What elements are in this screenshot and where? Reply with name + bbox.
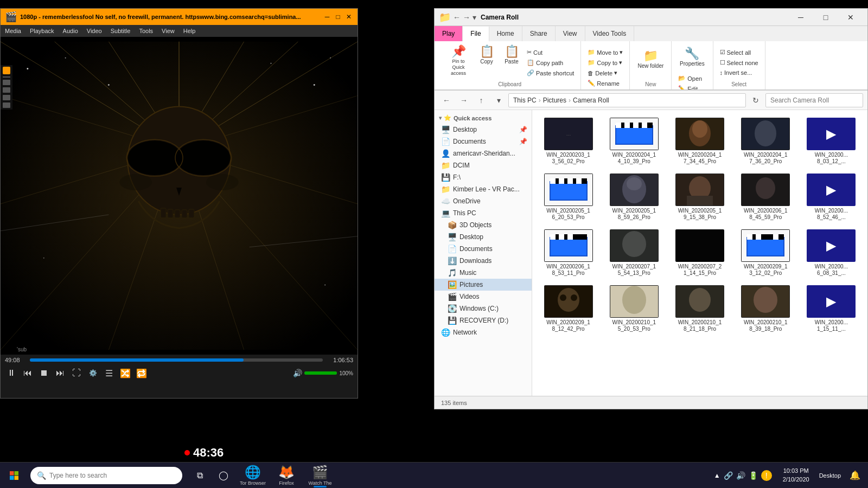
- vlc-sidebar-item4[interactable]: [3, 95, 10, 100]
- file-item[interactable]: WIN_20200207_21_14_15_Pro: [668, 226, 731, 280]
- nav-down-button[interactable]: ▾: [491, 93, 506, 108]
- vlc-sidebar-item2[interactable]: [3, 80, 10, 85]
- sidebar-item-downloads[interactable]: ⬇️ Downloads: [435, 255, 532, 267]
- sidebar-item-pictures[interactable]: 🖼️ Pictures: [435, 279, 532, 291]
- copy-button[interactable]: 📋 Copy: [475, 43, 499, 67]
- taskbar-search-input[interactable]: [49, 472, 176, 479]
- taskbar-app-vlc[interactable]: 🎬 Watch The: [304, 463, 336, 489]
- file-item[interactable]: WIN_20200209_18_12_42_Pro: [537, 282, 600, 336]
- sidebar-item-f[interactable]: 💾 F:\: [435, 171, 532, 183]
- vlc-maximize-button[interactable]: □: [334, 12, 342, 21]
- sidebar-item-3dobjects[interactable]: 📦 3D Objects: [435, 219, 532, 231]
- tray-expand-button[interactable]: ▲: [714, 472, 720, 479]
- file-item[interactable]: WIN_20200205_16_20_53_Pro: [537, 170, 600, 224]
- file-item[interactable]: ▶ WIN_20200...6_08_31_...: [800, 226, 863, 280]
- cortana-button[interactable]: ◯: [213, 465, 234, 486]
- file-item[interactable]: WIN_20200209_13_12_02_Pro: [734, 226, 797, 280]
- vlc-extended-button[interactable]: ⚙️: [86, 367, 99, 380]
- file-item[interactable]: WIN_20200205_19_15_38_Pro: [668, 170, 731, 224]
- search-input[interactable]: [765, 93, 863, 107]
- tray-defender-icon[interactable]: !: [761, 470, 772, 481]
- delete-button[interactable]: 🗑 Delete ▾: [585, 68, 625, 78]
- invert-selection-button[interactable]: ↕ Invert se...: [718, 68, 761, 77]
- explorer-minimize-button[interactable]: ─: [788, 9, 813, 26]
- file-item[interactable]: ▶ WIN_20200...1_15_11_...: [800, 282, 863, 336]
- vlc-random-button[interactable]: 🔁: [135, 367, 148, 380]
- vlc-video-area[interactable]: 'sub: [1, 37, 358, 355]
- new-folder-button[interactable]: 📁 New folder: [634, 48, 667, 72]
- file-item[interactable]: WIN_20200207_15_54_13_Pro: [602, 226, 666, 280]
- quick-access-header[interactable]: ▾ ⭐ Quick access: [435, 112, 532, 124]
- file-item[interactable]: WIN_20200210_15_20_53_Pro: [602, 282, 666, 336]
- vlc-menu-view[interactable]: View: [159, 27, 177, 35]
- taskbar-clock[interactable]: 10:03 PM 2/10/2020: [778, 467, 814, 484]
- start-button[interactable]: [0, 463, 28, 489]
- explorer-close-button[interactable]: ✕: [838, 9, 863, 26]
- sidebar-item-music[interactable]: 🎵 Music: [435, 267, 532, 279]
- taskbar-app-firefox[interactable]: 🦊 Firefox: [270, 463, 303, 489]
- vlc-stop-button[interactable]: ⏹: [37, 367, 50, 380]
- file-item[interactable]: WIN_20200205_18_59_26_Pro: [602, 170, 666, 224]
- select-none-button[interactable]: ☐ Select none: [718, 58, 761, 67]
- sidebar-item-network[interactable]: 🌐 Network: [435, 326, 532, 338]
- file-item[interactable]: WIN_20200206_18_45_59_Pro: [734, 170, 797, 224]
- pin-quickaccess-button[interactable]: 📌 Pin to Quickaccess: [443, 43, 474, 78]
- show-desktop-button[interactable]: Desktop: [816, 472, 844, 479]
- notification-button[interactable]: 🔔: [846, 467, 864, 484]
- file-item[interactable]: WIN_20200204_14_10_39_Pro: [602, 114, 666, 168]
- move-to-button[interactable]: 📁 Move to ▾: [585, 48, 625, 57]
- file-item[interactable]: WIN_20200204_17_36_20_Pro: [734, 114, 797, 168]
- vlc-menu-subtitle[interactable]: Subtitle: [108, 27, 133, 35]
- file-item[interactable]: ▶ WIN_20200...8_52_46_...: [800, 170, 863, 224]
- sidebar-item-onedrive[interactable]: ☁️ OneDrive: [435, 195, 532, 207]
- sidebar-item-kimber[interactable]: 📁 Kimber Lee - VR Pac...: [435, 183, 532, 195]
- sidebar-item-americavr[interactable]: 👤 americavr-Sheridan...: [435, 147, 532, 159]
- ribbon-tab-videotools[interactable]: Video Tools: [585, 26, 635, 41]
- ribbon-tab-file[interactable]: File: [463, 27, 489, 42]
- sidebar-item-desktop[interactable]: 🖥️ Desktop 📌: [435, 124, 532, 136]
- cut-button[interactable]: ✂ Cut: [525, 48, 576, 57]
- ribbon-tab-view[interactable]: View: [556, 26, 585, 41]
- vlc-minimize-button[interactable]: ─: [323, 12, 331, 21]
- toolbar-back-btn[interactable]: ←: [453, 13, 461, 22]
- nav-forward-button[interactable]: →: [456, 93, 471, 108]
- properties-button[interactable]: 🔧 Properties: [676, 46, 708, 69]
- vlc-menu-help[interactable]: Help: [181, 27, 198, 35]
- rename-button[interactable]: ✏️ Rename: [585, 79, 625, 88]
- vlc-menu-audio[interactable]: Audio: [61, 27, 80, 35]
- sidebar-item-dcim[interactable]: 📁 DCIM: [435, 159, 532, 171]
- explorer-maximize-button[interactable]: □: [813, 9, 838, 26]
- tray-network-icon[interactable]: 🔗: [724, 471, 733, 480]
- sidebar-item-desktop2[interactable]: 🖥️ Desktop: [435, 231, 532, 243]
- file-item[interactable]: ▶ WIN_20200...8_03_12_...: [800, 114, 863, 168]
- file-item[interactable]: WIN_20200210_18_21_18_Pro: [668, 282, 731, 336]
- file-item[interactable]: ... WIN_20200203_13_56_02_Pro: [537, 114, 600, 168]
- vlc-loop-button[interactable]: 🔀: [119, 367, 132, 380]
- copy-to-button[interactable]: 📁 Copy to ▾: [585, 58, 625, 67]
- paste-shortcut-button[interactable]: 🔗 Paste shortcut: [525, 68, 576, 78]
- vlc-volume-icon[interactable]: 🔊: [293, 369, 302, 377]
- vlc-sidebar-item5[interactable]: [3, 102, 10, 108]
- sidebar-item-windows-c[interactable]: 💽 Windows (C:): [435, 303, 532, 314]
- vlc-sidebar-item[interactable]: [3, 67, 10, 74]
- paste-button[interactable]: 📋 Paste: [500, 43, 524, 67]
- sidebar-item-documents2[interactable]: 📄 Documents: [435, 243, 532, 255]
- sidebar-item-thispc[interactable]: 💻 This PC: [435, 207, 532, 219]
- file-item[interactable]: WIN_20200204_17_34_45_Pro: [668, 114, 731, 168]
- vlc-close-button[interactable]: ✕: [344, 12, 353, 21]
- vlc-menu-tools[interactable]: Tools: [137, 27, 155, 35]
- refresh-button[interactable]: ↻: [748, 93, 763, 108]
- vlc-volume-bar[interactable]: [304, 371, 337, 375]
- vlc-menu-playback[interactable]: Playback: [28, 27, 56, 35]
- file-item[interactable]: WIN_20200210_18_39_18_Pro: [734, 282, 797, 336]
- toolbar-forward-btn[interactable]: →: [463, 13, 470, 22]
- taskbar-search-bar[interactable]: 🔍: [30, 467, 182, 484]
- vlc-progress-bar[interactable]: [30, 358, 323, 362]
- ribbon-tab-home[interactable]: Home: [489, 26, 522, 41]
- task-view-button[interactable]: ⧉: [189, 465, 210, 486]
- vlc-menu-media[interactable]: Media: [3, 27, 23, 35]
- tray-battery-icon[interactable]: 🔋: [749, 471, 758, 480]
- vlc-sidebar-item3[interactable]: [3, 87, 10, 93]
- vlc-prev-button[interactable]: ⏮: [21, 367, 34, 380]
- select-all-button[interactable]: ☑ Select all: [718, 48, 761, 57]
